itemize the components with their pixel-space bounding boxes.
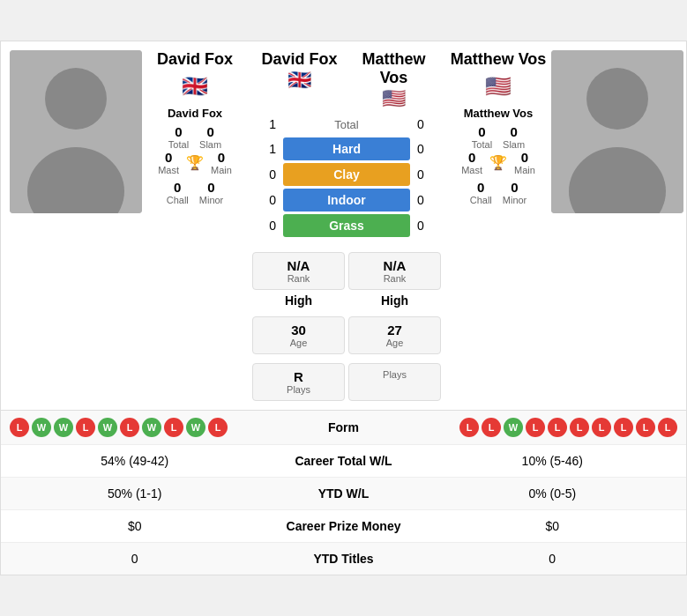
left-plays-lbl: Plays [257, 384, 340, 395]
right-age-card: 27 Age [348, 316, 441, 354]
indoor-right-val: 0 [410, 193, 441, 207]
total-surface-label: Total [283, 118, 410, 131]
right-stat-group-2: 0 Chall 0 Minor [470, 180, 527, 205]
right-main-val: 0 [514, 150, 535, 165]
surface-rows: 1 Hard 0 0 Clay 0 0 Indoor 0 0 Grass 0 [252, 135, 441, 240]
right-plays-lbl: Plays [353, 369, 437, 380]
svg-point-4 [586, 68, 648, 130]
form-badge-w: W [142, 418, 161, 437]
form-badge-l: L [614, 418, 633, 437]
right-trophy-icon: 🏆 [489, 154, 507, 171]
right-player-name: Matthew Vos [451, 50, 547, 69]
stats-row-3: 0 YTD Titles 0 [1, 542, 686, 575]
right-player-section: Matthew Vos 🇺🇸 Matthew Vos 0 Total 0 Sla… [445, 50, 683, 401]
center-right-flag: 🇺🇸 [347, 87, 441, 110]
surface-row-grass: 0 Grass 0 [252, 214, 441, 237]
right-trophy-group: 0 Mast 🏆 0 Main [461, 150, 535, 175]
stats-row-2: $0 Career Prize Money $0 [1, 509, 686, 542]
left-stat-group-2: 0 Chall 0 Minor [167, 180, 224, 205]
right-slam-val: 0 [503, 124, 525, 139]
left-age-lbl: Age [257, 338, 340, 348]
stats-center-label-0: Career Total W/L [256, 454, 432, 468]
left-slam-val: 0 [199, 124, 221, 139]
left-age-card: 30 Age [252, 316, 345, 354]
right-player-detail: Matthew Vos 🇺🇸 Matthew Vos 0 Total 0 Sla… [445, 50, 551, 205]
right-slam-stat: 0 Slam [503, 124, 525, 150]
left-plays-val: R [257, 369, 340, 384]
clay-right-val: 0 [410, 167, 441, 182]
form-label: Form [291, 420, 397, 434]
right-form-badges: LLWLLLLLLL [397, 418, 678, 437]
stats-center-label-3: YTD Titles [256, 552, 432, 566]
right-rank-lbl: Rank [353, 273, 437, 284]
left-total-lbl: Total [168, 139, 189, 150]
left-slam-lbl: Slam [199, 139, 221, 150]
form-badge-l: L [10, 418, 29, 437]
main-container: David Fox 🇬🇧 David Fox 0 Total 0 Slam [0, 41, 687, 575]
form-badge-w: W [98, 418, 117, 437]
left-trophy-icon: 🏆 [186, 154, 204, 171]
right-minor-val: 0 [503, 180, 527, 195]
form-badge-l: L [76, 418, 95, 437]
grass-left-val: 0 [252, 219, 283, 233]
right-plays-card: Plays [348, 363, 441, 401]
surface-total-row: 1 Total 0 [252, 117, 441, 131]
left-mast-val: 0 [158, 150, 179, 165]
stats-left-val-2: $0 [14, 519, 256, 533]
right-player-photo [551, 50, 683, 213]
form-badge-l: L [164, 418, 183, 437]
grass-badge: Grass [283, 214, 410, 237]
surface-row-indoor: 0 Indoor 0 [252, 189, 441, 212]
left-stat-group-1: 0 Total 0 Slam [168, 124, 221, 150]
form-badge-l: L [208, 418, 228, 437]
left-main-stat: 0 Main [211, 150, 232, 175]
left-chall-lbl: Chall [167, 195, 189, 205]
stats-rows-container: 54% (49-42) Career Total W/L 10% (5-46) … [1, 444, 686, 575]
stats-right-val-3: 0 [432, 552, 674, 566]
left-player-name-under: David Fox [168, 107, 222, 120]
right-mast-lbl: Mast [461, 165, 482, 175]
stat-cards-row: N/A Rank N/A Rank [252, 247, 441, 290]
right-main-lbl: Main [514, 165, 535, 175]
center-right-name: Matthew Vos 🇺🇸 [347, 50, 441, 110]
form-section: LWWLWLWLWL Form LLWLLLLLLL [1, 410, 686, 444]
center-left-flag: 🇬🇧 [252, 69, 347, 92]
level-row: High High [252, 293, 441, 308]
stats-right-val-0: 10% (5-46) [432, 454, 674, 468]
right-total-surface: 0 [410, 117, 441, 131]
age-cards-row: 30 Age 27 Age [252, 311, 441, 354]
left-player-photo [10, 50, 142, 213]
clay-left-val: 0 [252, 167, 283, 182]
left-main-lbl: Main [211, 165, 232, 175]
center-top-names: David Fox 🇬🇧 Matthew Vos 🇺🇸 [252, 50, 441, 110]
right-main-stat: 0 Main [514, 150, 535, 175]
left-mast-stat: 0 Mast [158, 150, 179, 175]
center-left-name: David Fox 🇬🇧 [252, 50, 347, 110]
left-rank-lbl: Rank [257, 273, 340, 284]
left-minor-stat: 0 Minor [199, 180, 224, 205]
hard-right-val: 0 [410, 142, 441, 156]
right-stat-group-1: 0 Total 0 Slam [472, 124, 525, 150]
left-minor-lbl: Minor [199, 195, 224, 205]
stats-left-val-1: 50% (1-1) [14, 486, 256, 501]
left-player-detail: David Fox 🇬🇧 David Fox 0 Total 0 Slam [142, 50, 248, 205]
left-rank-val: N/A [257, 258, 340, 273]
right-age-lbl: Age [353, 338, 437, 348]
form-badge-l: L [570, 418, 589, 437]
plays-cards-row: R Plays Plays [252, 358, 441, 401]
right-rank-val: N/A [353, 258, 437, 273]
form-badge-l: L [592, 418, 611, 437]
right-total-val: 0 [472, 124, 492, 139]
center-right-name-text: Matthew Vos [347, 50, 441, 87]
hard-left-val: 1 [252, 142, 283, 156]
right-player-flag: 🇺🇸 [485, 74, 512, 99]
players-row: David Fox 🇬🇧 David Fox 0 Total 0 Slam [1, 41, 686, 410]
stats-row-0: 54% (49-42) Career Total W/L 10% (5-46) [1, 444, 686, 477]
right-total-lbl: Total [472, 139, 492, 150]
form-badge-w: W [186, 418, 205, 437]
svg-point-1 [45, 68, 107, 130]
form-badge-w: W [504, 418, 523, 437]
left-player-name: David Fox [157, 50, 233, 69]
stats-center-label-1: YTD W/L [256, 486, 432, 501]
left-chall-val: 0 [167, 180, 189, 195]
